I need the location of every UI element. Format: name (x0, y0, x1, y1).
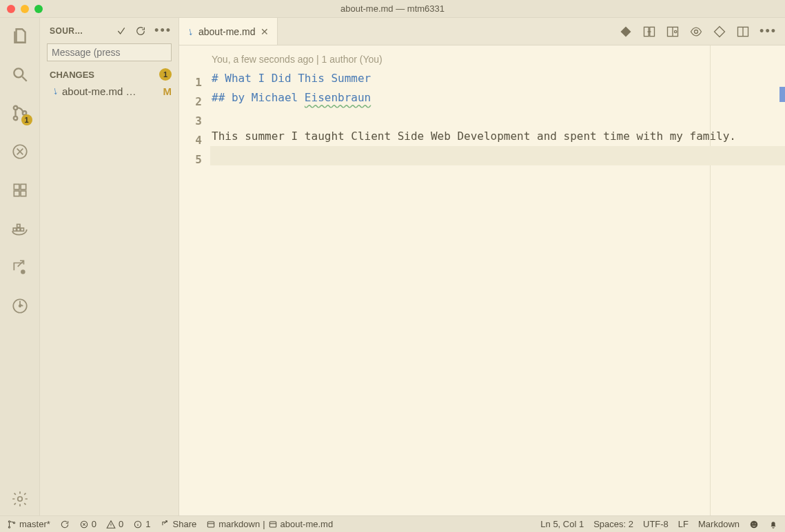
status-bar: master* 0 0 1 Share markdown | about-me.… (0, 515, 785, 532)
svg-point-23 (8, 520, 10, 522)
indentation[interactable]: Spaces: 2 (593, 519, 633, 529)
svg-point-1 (13, 106, 17, 110)
docker-icon[interactable] (10, 219, 30, 238)
svg-rect-11 (21, 228, 23, 231)
scm-badge: 1 (21, 114, 32, 125)
close-tab-icon[interactable]: ✕ (261, 26, 269, 37)
blame-annotation: You, a few seconds ago | 1 author (You) (210, 54, 785, 69)
file-name: about-me.md … (62, 85, 159, 97)
markdown-file-icon: ↓ (186, 25, 194, 38)
git-branch[interactable]: master* (7, 519, 50, 529)
sync-icon[interactable] (60, 520, 70, 529)
svg-point-20 (675, 30, 677, 32)
notifications-icon[interactable] (768, 520, 778, 529)
live-share-icon[interactable] (10, 258, 30, 277)
code-line-3 (210, 108, 785, 127)
commit-icon[interactable] (116, 25, 127, 37)
editor-actions: ••• (611, 18, 785, 45)
svg-point-13 (21, 269, 26, 274)
split-editor-icon[interactable] (736, 25, 750, 39)
changed-file[interactable]: ↓ about-me.md … M (40, 82, 179, 100)
cursor-position[interactable]: Ln 5, Col 1 (540, 519, 584, 529)
svg-rect-12 (17, 225, 19, 227)
svg-rect-10 (17, 228, 19, 231)
svg-rect-8 (21, 191, 26, 196)
refresh-icon[interactable] (135, 25, 146, 37)
source-control-panel: SOUR… ••• CHANGES 1 ↓ about-me.md … M (40, 18, 179, 515)
svg-point-24 (8, 526, 10, 527)
code-editor[interactable]: 1 2 3 4 5 You, a few seconds ago | 1 aut… (179, 45, 785, 515)
panel-title: SOUR… (50, 26, 108, 36)
errors[interactable]: 0 (79, 519, 96, 529)
code-line-4: This summer I taught Client Side Web Dev… (210, 127, 785, 146)
markdown-file-icon: ↓ (51, 84, 59, 97)
source-control-icon[interactable]: 1 (10, 103, 30, 123)
gitlens-compare-icon[interactable] (642, 25, 656, 39)
search-icon[interactable] (10, 65, 30, 84)
feedback-icon[interactable] (749, 520, 759, 529)
tab-bar: ↓ about-me.md ✕ ••• (179, 18, 785, 45)
svg-rect-29 (269, 521, 276, 526)
code-line-2a: ## by Michael (212, 91, 305, 104)
svg-rect-7 (14, 191, 19, 196)
explorer-icon[interactable] (10, 26, 30, 45)
tab-label: about-me.md (198, 26, 255, 37)
file-status: M (163, 85, 172, 97)
svg-point-32 (755, 523, 755, 524)
warnings[interactable]: 0 (106, 519, 123, 529)
svg-point-0 (14, 68, 23, 77)
code-line-5 (210, 146, 785, 165)
breadcrumb[interactable]: markdown | about-me.md (206, 519, 333, 529)
gitlens-toggle-icon[interactable] (619, 25, 633, 39)
editor-area: ↓ about-me.md ✕ ••• 1 2 3 4 (179, 18, 785, 515)
gitlens-icon[interactable] (10, 296, 30, 316)
main: 1 SOUR… (0, 18, 785, 515)
svg-rect-9 (13, 228, 16, 231)
svg-rect-28 (208, 521, 214, 526)
svg-rect-6 (21, 184, 26, 190)
svg-point-16 (17, 497, 22, 502)
window-title: about-me.md — mtm6331 (0, 3, 785, 14)
open-changes-icon[interactable] (689, 25, 703, 39)
svg-point-31 (753, 523, 753, 524)
debug-icon[interactable] (10, 142, 30, 161)
svg-point-30 (751, 520, 758, 528)
commit-message-input[interactable] (47, 43, 172, 61)
line-gutter: 1 2 3 4 5 (179, 45, 210, 515)
svg-rect-5 (14, 184, 19, 190)
gitlens-diff-icon[interactable] (713, 25, 726, 39)
extensions-icon[interactable] (10, 181, 30, 200)
code-content: You, a few seconds ago | 1 author (You) … (210, 45, 785, 515)
encoding[interactable]: UTF-8 (643, 519, 669, 529)
info[interactable]: 1 (133, 519, 150, 529)
changes-header[interactable]: CHANGES 1 (40, 67, 179, 82)
svg-point-21 (695, 30, 698, 33)
changes-count: 1 (159, 68, 172, 81)
eol[interactable]: LF (678, 519, 689, 529)
changes-label: CHANGES (50, 70, 94, 80)
activity-bar: 1 (0, 18, 40, 515)
svg-point-2 (13, 116, 17, 120)
code-line-2b: Eisenbraun (305, 91, 371, 104)
open-preview-icon[interactable] (666, 25, 680, 39)
titlebar: about-me.md — mtm6331 (0, 0, 785, 18)
tab-about-me[interactable]: ↓ about-me.md ✕ (179, 18, 278, 45)
code-line-1: # What I Did This Summer (212, 72, 371, 85)
settings-icon[interactable] (10, 489, 30, 509)
more-icon[interactable]: ••• (154, 23, 172, 38)
language-mode[interactable]: Markdown (698, 519, 740, 529)
live-share-status[interactable]: Share (161, 519, 197, 529)
editor-more-icon[interactable]: ••• (759, 24, 777, 39)
